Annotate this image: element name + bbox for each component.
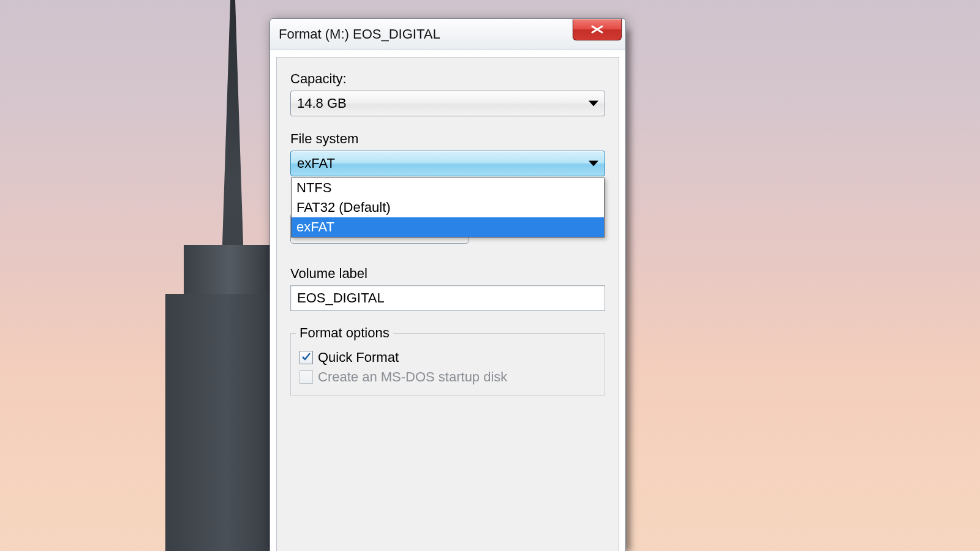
msdos-row: Create an MS-DOS startup disk [300, 369, 596, 385]
chevron-down-icon [589, 161, 598, 167]
close-button[interactable] [573, 19, 622, 40]
format-options-legend: Format options [296, 325, 393, 341]
filesystem-option[interactable]: exFAT [292, 217, 604, 237]
quick-format-label: Quick Format [318, 350, 399, 365]
checkmark-icon [301, 350, 311, 365]
window-title: Format (M:) EOS_DIGITAL [279, 26, 440, 42]
msdos-checkbox [300, 370, 313, 384]
quick-format-checkbox[interactable] [300, 351, 313, 364]
filesystem-option[interactable]: FAT32 (Default) [292, 198, 604, 217]
msdos-label: Create an MS-DOS startup disk [318, 369, 507, 385]
format-dialog: Format (M:) EOS_DIGITAL Capacity: 14.8 G… [270, 18, 626, 551]
filesystem-selected-value: exFAT [297, 156, 335, 171]
chevron-down-icon [589, 101, 598, 107]
capacity-dropdown[interactable]: 14.8 GB [290, 91, 605, 116]
capacity-value: 14.8 GB [297, 96, 347, 111]
filesystem-label: File system [290, 131, 605, 147]
format-options-group: Format options Quick Format Create an MS… [290, 333, 605, 395]
capacity-label: Capacity: [290, 71, 605, 87]
quick-format-row[interactable]: Quick Format [300, 350, 596, 365]
volume-label-label: Volume label [290, 266, 605, 282]
close-icon [590, 21, 604, 37]
dialog-client-area: Capacity: 14.8 GB File system exFAT NTFS… [276, 57, 619, 551]
titlebar[interactable]: Format (M:) EOS_DIGITAL [270, 19, 625, 50]
filesystem-option[interactable]: NTFS [292, 178, 604, 198]
filesystem-dropdown-wrap: exFAT NTFSFAT32 (Default)exFAT [290, 151, 605, 176]
filesystem-dropdown-list: NTFSFAT32 (Default)exFAT [291, 178, 605, 238]
volume-label-input[interactable] [290, 285, 605, 311]
filesystem-dropdown[interactable]: exFAT NTFSFAT32 (Default)exFAT [290, 151, 605, 176]
